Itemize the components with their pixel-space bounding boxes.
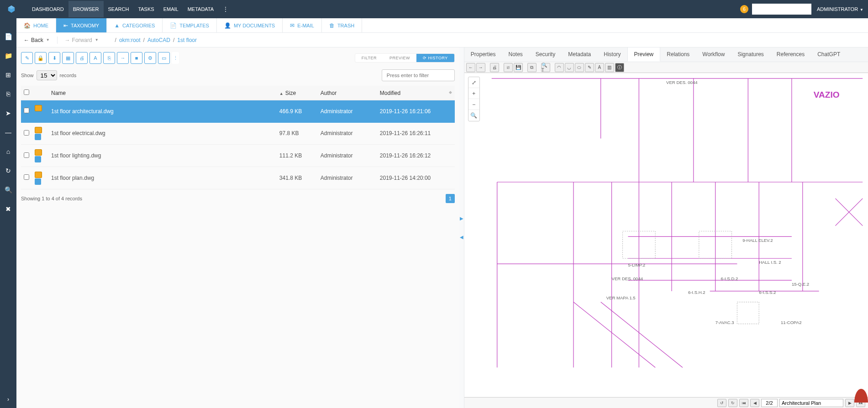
more-button[interactable]: ⋮ [172, 52, 179, 64]
preview-tab-chatgpt[interactable]: ChatGPT [811, 47, 847, 62]
layer-input[interactable] [779, 399, 843, 407]
preview-tab-notes[interactable]: Notes [502, 47, 529, 62]
viewer-save-icon[interactable]: 💾 [514, 63, 523, 72]
viewer-annot2-icon[interactable]: ◡ [565, 63, 574, 72]
top-menu-more[interactable]: ⋮ [218, 0, 233, 18]
new-folder-icon[interactable]: 📁 [4, 51, 13, 60]
refresh-icon[interactable]: ↻ [4, 166, 13, 175]
list-subtab-filter[interactable]: FILTER [355, 54, 383, 62]
table-row[interactable]: 1st floor plan.dwg341.8 KBAdministrator2… [21, 167, 455, 189]
gear-button[interactable]: ⚙ [144, 52, 156, 64]
row-checkbox[interactable] [24, 152, 29, 158]
select-all-checkbox[interactable] [24, 89, 29, 95]
preview-tab-security[interactable]: Security [529, 47, 562, 62]
collapse-left-icon[interactable]: ◀ [460, 235, 463, 240]
top-menu-tasks[interactable]: TASKS [133, 1, 158, 17]
viewer-info-icon[interactable]: ⓘ [615, 63, 624, 72]
preview-tab-relations[interactable]: Relations [660, 47, 696, 62]
col-author[interactable]: Author [318, 86, 377, 100]
move-button[interactable]: → [117, 52, 129, 64]
lock-button[interactable]: 🔒 [35, 52, 47, 64]
nav-tab-trash[interactable]: 🗑TRASH [322, 18, 362, 32]
notification-badge[interactable]: 6 [740, 5, 748, 13]
rotate-cw-icon[interactable]: ↻ [728, 399, 737, 407]
send-icon[interactable]: ➤ [4, 109, 13, 118]
top-menu-browser[interactable]: BROWSER [68, 1, 104, 17]
viewer-forward-icon[interactable]: → [476, 63, 485, 72]
viewer-export-icon[interactable]: ⎚ [504, 63, 513, 72]
nav-tab-e-mail[interactable]: ✉E-MAIL [283, 18, 322, 32]
back-button[interactable]: ← Back▼ [21, 37, 53, 43]
top-menu-search[interactable]: SEARCH [104, 1, 134, 17]
nav-tab-home[interactable]: 🏠HOME [16, 18, 56, 32]
print-button[interactable]: 🖨 [76, 52, 88, 64]
first-page-icon[interactable]: ⏮ [739, 399, 748, 407]
copy-button[interactable]: ⎘ [103, 52, 115, 64]
top-menu-email[interactable]: EMAIL [159, 1, 183, 17]
viewer-draw-icon[interactable]: ✎ [585, 63, 594, 72]
collapse-right-icon[interactable]: ▶ [460, 216, 463, 221]
forward-button[interactable]: → Forward▼ [62, 37, 101, 43]
row-checkbox[interactable] [24, 130, 29, 136]
table-row[interactable]: 1st floor electrical.dwg97.8 KBAdministr… [21, 122, 455, 145]
viewer-copy-icon[interactable]: ⧉ [527, 63, 537, 72]
expand-sidebar-icon[interactable]: › [7, 396, 9, 403]
preview-tab-workflow[interactable]: Workflow [696, 47, 731, 62]
prev-page-icon[interactable]: ◀ [750, 399, 759, 407]
page-size-select[interactable]: 15 [37, 70, 57, 80]
preview-tab-metadata[interactable]: Metadata [562, 47, 597, 62]
top-menu-metadata[interactable]: METADATA [183, 1, 218, 17]
new-doc-icon[interactable]: 📄 [4, 32, 13, 41]
row-checkbox[interactable] [24, 174, 29, 180]
breadcrumb-0[interactable]: okm:root [119, 37, 141, 43]
col-modified[interactable]: Modified◆ [377, 86, 455, 100]
drawing-viewport[interactable]: ⤢ + − 🔍 [464, 73, 868, 397]
preview-tab-history[interactable]: History [597, 47, 627, 62]
col-name[interactable]: Name [48, 86, 277, 100]
bookmark-button[interactable]: ■ [131, 52, 142, 64]
breadcrumb-2[interactable]: 1st floor [177, 37, 197, 43]
viewer-ruler-icon[interactable]: ▥ [605, 63, 614, 72]
edit-button[interactable]: ✎ [21, 52, 33, 64]
nav-tab-templates[interactable]: 📄TEMPLATES [163, 18, 217, 32]
preview-tab-preview[interactable]: Preview [627, 47, 661, 62]
table-row[interactable]: 1st floor architectural.dwg466.9 KBAdmin… [21, 100, 455, 123]
next-page-icon[interactable]: ▶ [845, 399, 854, 407]
page-input[interactable] [761, 399, 778, 407]
row-checkbox[interactable] [24, 108, 29, 113]
nav-tab-categories[interactable]: ▲CATEGORIES [107, 18, 163, 32]
preview-tab-references[interactable]: References [770, 47, 811, 62]
download-button[interactable]: ⬇ [48, 52, 60, 64]
viewer-search-icon[interactable]: 🔍T [541, 63, 550, 72]
grid-button[interactable]: ▦ [62, 52, 74, 64]
copy-icon[interactable]: ⎘ [4, 89, 13, 99]
list-subtab-preview[interactable]: PREVIEW [383, 54, 416, 62]
list-subtab-history[interactable]: HISTORY [416, 54, 454, 62]
breadcrumb-1[interactable]: AutoCAD [147, 37, 170, 43]
document-button[interactable]: ▭ [158, 52, 170, 64]
viewer-measure-icon[interactable]: A [595, 63, 604, 72]
col-size[interactable]: ▲Size [277, 86, 318, 100]
pane-splitter[interactable]: ▶ ◀ [459, 47, 464, 408]
table-row[interactable]: 1st floor lighting.dwg111.2 KBAdministra… [21, 145, 455, 167]
nav-tab-taxonomy[interactable]: ⇤TAXONOMY [56, 18, 107, 32]
viewer-print-icon[interactable]: 🖨 [490, 63, 499, 72]
text-button[interactable]: A [89, 52, 101, 64]
top-menu-dashboard[interactable]: DASHBOARD [27, 1, 68, 17]
viewer-annot1-icon[interactable]: ◠ [555, 63, 564, 72]
rotate-ccw-icon[interactable]: ↺ [717, 399, 726, 407]
viewer-annot3-icon[interactable]: ⬭ [575, 63, 584, 72]
home-icon[interactable]: ⌂ [4, 147, 13, 156]
viewer-back-icon[interactable]: ← [466, 63, 475, 72]
add-box-icon[interactable]: ⊞ [4, 70, 13, 79]
preview-tab-properties[interactable]: Properties [464, 47, 502, 62]
page-number[interactable]: 1 [446, 194, 455, 203]
preview-tab-signatures[interactable]: Signatures [731, 47, 770, 62]
delete-icon[interactable]: ✖ [4, 204, 13, 214]
filter-input[interactable] [382, 69, 455, 81]
search-icon[interactable]: 🔍 [4, 185, 13, 194]
top-search-input[interactable] [752, 4, 811, 15]
minus-icon[interactable]: — [4, 128, 13, 137]
user-menu[interactable]: ADMINISTRATOR▼ [817, 6, 863, 12]
nav-tab-my-documents[interactable]: 👤MY DOCUMENTS [217, 18, 283, 32]
